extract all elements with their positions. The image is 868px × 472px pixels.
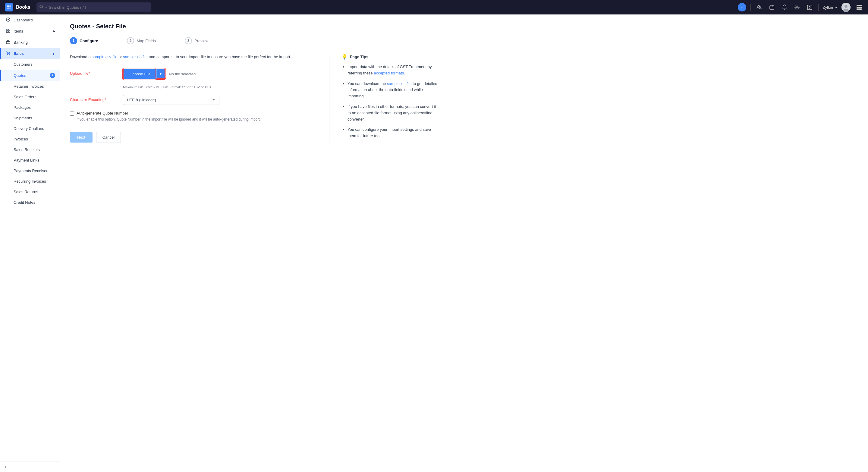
sidebar: Dashboard Items ▶ Banking [0,14,60,472]
autogenerate-row: Auto-generate Quote Number If you enable… [70,111,317,122]
svg-rect-33 [6,41,10,44]
quotes-add-button[interactable]: + [50,73,55,78]
step-line-2 [158,41,182,41]
intro-text: Download a sample csv file or sample xls… [70,54,317,60]
cancel-button[interactable]: Cancel [96,132,121,143]
svg-line-5 [42,7,43,8]
search-dropdown-icon[interactable]: ▾ [45,5,47,9]
sidebar-item-banking[interactable]: Banking [0,37,60,48]
svg-rect-3 [9,7,11,9]
sidebar-item-label: Sales Receipts [13,147,40,152]
encoding-label: Character Encoding* [70,95,118,102]
step-3-label: Preview [194,39,208,43]
sidebar-item-dashboard[interactable]: Dashboard [0,14,60,26]
sidebar-item-payments-received[interactable]: Payments Received [0,165,60,176]
sidebar-item-label: Customers [13,62,33,67]
help-icon[interactable]: ? [806,3,814,11]
sidebar-item-delivery-challans[interactable]: Delivery Challans [0,123,60,134]
sidebar-item-label: Payments Received [13,168,49,173]
step-line-1 [100,41,124,41]
page-title: Quotes - Select File [70,23,858,30]
tips-header-label: Page Tips [350,55,368,59]
sidebar-item-label: Packages [13,105,31,110]
tip-item-3: If you have files in other formats, you … [347,104,438,122]
tip-item-1: Import data with the details of GST Trea… [347,64,438,76]
svg-rect-21 [857,7,858,8]
svg-rect-32 [8,31,10,33]
choose-file-button[interactable]: Choose File [123,69,156,79]
dashboard-icon [6,18,10,23]
file-info-text: Maximum File Size: 5 MB | File Format: C… [118,85,317,89]
svg-rect-19 [858,5,860,6]
grid-apps-icon[interactable] [855,3,863,11]
sidebar-item-sales-receipts[interactable]: Sales Receipts [0,145,60,155]
encoding-select[interactable]: UTF-8 (Unicode) UTF-16 (Unicode) ISO-885… [123,95,219,105]
app-logo[interactable]: Books [5,3,30,11]
page-tips: 💡 Page Tips Import data with the details… [341,54,438,143]
user-menu[interactable]: Zylker ▾ [823,5,837,10]
svg-rect-25 [858,8,860,10]
sidebar-item-recurring-invoices[interactable]: Recurring Invoices [0,176,60,187]
autogenerate-label[interactable]: Auto-generate Quote Number [76,111,128,116]
search-bar[interactable]: ▾ [36,2,151,12]
step-preview: 3 Preview [185,37,208,44]
step-1-circle: 1 [70,37,77,44]
banking-icon [6,40,10,45]
choose-file-dropdown-button[interactable]: ▾ [156,69,165,79]
svg-point-34 [7,54,8,55]
upload-label: Upload file* [70,69,118,76]
sidebar-item-label: Delivery Challans [13,126,44,131]
tips-icon: 💡 [341,54,347,60]
settings-icon[interactable] [793,3,801,11]
tip-accepted-formats-link[interactable]: accepted formats. [374,71,405,75]
top-navigation: Books ▾ + [0,0,868,14]
step-map-fields: 2 Map Fields [127,37,156,44]
sidebar-item-label: Dashboard [13,18,33,22]
autogenerate-checkbox[interactable] [70,112,74,116]
sidebar-item-label: Sales Orders [13,95,36,99]
tips-header: 💡 Page Tips [341,54,438,60]
no-file-text: No file selected [169,72,195,76]
bell-icon[interactable] [780,3,789,11]
sidebar-item-invoices[interactable]: Invoices [0,134,60,145]
sidebar-item-payment-links[interactable]: Payment Links [0,155,60,165]
sidebar-item-items[interactable]: Items ▶ [0,26,60,37]
sidebar-item-sales[interactable]: Sales ▼ [0,48,60,59]
topnav-actions: + [738,3,863,12]
sidebar-collapse-button[interactable]: ‹ [5,465,55,469]
sales-arrow-icon: ▼ [52,52,55,56]
sidebar-item-shipments[interactable]: Shipments [0,113,60,123]
sidebar-item-sales-returns[interactable]: Sales Returns [0,187,60,197]
sidebar-item-label: Sales [13,51,24,56]
calendar-icon[interactable] [768,3,776,11]
next-button[interactable]: Next [70,132,93,143]
step-2-circle: 2 [127,37,134,44]
svg-point-35 [9,54,10,55]
user-avatar[interactable] [841,3,850,12]
tip-sample-xls-link[interactable]: sample xls file [387,82,412,86]
sidebar-item-sales-orders[interactable]: Sales Orders [0,92,60,102]
nav-divider [750,4,751,11]
add-new-button[interactable]: + [738,3,746,11]
items-icon [6,29,10,34]
tip-item-2: You can download the sample xls file to … [347,81,438,99]
svg-text:?: ? [809,6,811,9]
sidebar-item-quotes[interactable]: Quotes + [0,70,60,81]
sidebar-item-customers[interactable]: Customers [0,59,60,70]
sidebar-item-label: Items [13,29,23,33]
sidebar-item-packages[interactable]: Packages [0,102,60,113]
sidebar-item-label: Shipments [13,116,32,120]
step-1-label: Configure [80,39,98,43]
sample-csv-link[interactable]: sample csv file [92,55,117,59]
svg-point-16 [844,5,847,8]
sample-xls-link[interactable]: sample xls file [123,55,148,59]
svg-rect-1 [9,5,11,7]
search-input[interactable] [49,5,148,10]
sidebar-item-credit-notes[interactable]: Credit Notes [0,197,60,208]
svg-rect-0 [7,5,9,7]
sidebar-item-label: Banking [13,40,28,44]
team-icon[interactable] [755,3,764,11]
sidebar-item-label: Quotes [13,73,26,78]
sidebar-item-retainer-invoices[interactable]: Retainer Invoices [0,81,60,92]
sidebar-item-label: Invoices [13,137,28,141]
